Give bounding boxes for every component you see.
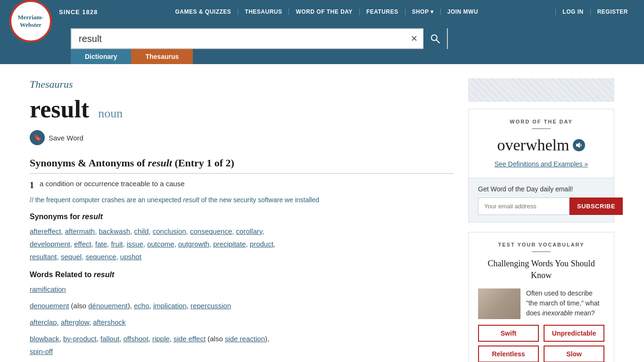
word-header: result noun — [30, 95, 454, 123]
vocab-answer-buttons-2: Relentless Slow — [478, 346, 604, 362]
wotd-email-label: Get Word of the Day daily email! — [478, 185, 604, 193]
search-button[interactable] — [423, 28, 447, 49]
related-afterglow[interactable]: afterglow — [61, 318, 89, 326]
save-word-label: Save Word — [49, 134, 83, 142]
nav-games-quizzes[interactable]: GAMES & QUIZZES — [168, 8, 238, 15]
tab-dictionary[interactable]: Dictionary — [71, 49, 131, 64]
definition-row: 1 a condition or occurrence traceable to… — [30, 180, 454, 190]
related-fallout[interactable]: fallout — [100, 335, 119, 343]
email-input[interactable] — [478, 197, 570, 215]
synonym-development[interactable]: development — [30, 240, 70, 248]
vocab-answer-buttons: Swift Unpredictable — [478, 325, 604, 342]
synonym-backwash[interactable]: backwash — [99, 227, 131, 235]
vocab-image-inner — [478, 288, 520, 319]
wotd-card-inner: WORD OF THE DAY overwhelm See Definition… — [469, 109, 614, 178]
related-implication[interactable]: implication — [153, 302, 187, 310]
email-row: SUBSCRIBE — [478, 197, 604, 215]
related-ramification[interactable]: ramification — [30, 285, 66, 293]
audio-button[interactable] — [573, 139, 585, 151]
wotd-word-text: overwhelm — [497, 136, 570, 154]
synonym-consequence[interactable]: consequence — [190, 227, 232, 235]
sidebar-ad — [468, 78, 614, 102]
svg-line-1 — [437, 40, 439, 43]
synonym-resultant[interactable]: resultant — [30, 253, 57, 261]
synonym-sequence[interactable]: sequence — [85, 253, 116, 261]
related-side-reaction[interactable]: side reaction — [225, 335, 265, 343]
synonym-effect[interactable]: effect — [74, 240, 91, 248]
nav-wotd[interactable]: WORD OF THE DAY — [289, 8, 359, 15]
nav-thesaurus[interactable]: THESAURUS — [238, 8, 289, 15]
related-heading: Words Related to result — [30, 271, 454, 279]
nav-join[interactable]: JOIN MWU — [441, 8, 485, 15]
synonym-child[interactable]: child — [134, 227, 149, 235]
related-afterclap[interactable]: afterclap — [30, 318, 57, 326]
nav-shop[interactable]: SHOP ▾ — [405, 8, 441, 15]
vocab-answer-relentless[interactable]: Relentless — [478, 346, 539, 362]
main-nav: GAMES & QUIZZES THESAURUS WORD OF THE DA… — [168, 8, 485, 15]
sidebar: WORD OF THE DAY overwhelm See Definition… — [468, 78, 614, 362]
related-byproduct[interactable]: by-product — [63, 335, 97, 343]
wotd-label: WORD OF THE DAY — [478, 119, 604, 124]
save-word-button[interactable]: 🔖 Save Word — [30, 130, 83, 145]
synonym-corollary[interactable]: corollary — [236, 227, 263, 235]
tabs-bar: Dictionary Thesaurus — [0, 49, 644, 64]
synonym-aftermath[interactable]: aftermath — [65, 227, 95, 235]
vocab-image-row: Often used to describe "the march of tim… — [478, 288, 604, 319]
synonym-outgrowth[interactable]: outgrowth — [178, 240, 209, 248]
related-side-effect[interactable]: side effect — [173, 335, 206, 343]
synonym-outcome[interactable]: outcome — [147, 240, 174, 248]
subscribe-button[interactable]: SUBSCRIBE — [570, 197, 623, 215]
entry-word-em: result — [148, 157, 172, 169]
vocab-answer-slow[interactable]: Slow — [544, 346, 604, 362]
synonyms-list: aftereffect, aftermath, backwash, child,… — [30, 225, 454, 263]
vocab-answer-swift[interactable]: Swift — [478, 325, 539, 342]
related-echo[interactable]: echo — [134, 302, 149, 310]
content-area: Thesaurus result noun 🔖 Save Word Synony… — [30, 78, 454, 362]
main-container: Thesaurus result noun 🔖 Save Word Synony… — [20, 64, 624, 362]
synonym-product[interactable]: product — [250, 240, 273, 248]
vocab-image — [478, 288, 520, 319]
related-offshoot[interactable]: offshoot — [123, 335, 148, 343]
related-spinoff[interactable]: spin-off — [30, 347, 53, 355]
synonym-sequel[interactable]: sequel — [61, 253, 82, 261]
entry-heading: Synonyms & Antonyms of result (Entry 1 o… — [30, 157, 454, 174]
auth-links: LOG IN REGISTER — [555, 8, 635, 15]
definition-text: a condition or occurrence traceable to a… — [40, 180, 185, 188]
svg-marker-2 — [576, 142, 580, 148]
synonym-fruit[interactable]: fruit — [111, 240, 123, 248]
synonym-aftereffect[interactable]: aftereffect — [30, 227, 61, 235]
synonym-issue[interactable]: issue — [127, 240, 143, 248]
synonym-fate[interactable]: fate — [95, 240, 107, 248]
synonym-upshot[interactable]: upshot — [120, 253, 141, 261]
related-also-1: (also — [71, 302, 89, 310]
related-repercussion[interactable]: repercussion — [190, 302, 231, 310]
vocab-label: TEST YOUR VOCABULARY — [478, 242, 604, 247]
word-pos: noun — [98, 107, 123, 120]
related-denouement[interactable]: denouement — [30, 302, 69, 310]
register-link[interactable]: REGISTER — [590, 8, 635, 15]
search-bar: ✕ — [71, 28, 448, 49]
search-input[interactable] — [72, 33, 405, 44]
speaker-icon — [576, 142, 582, 148]
synonym-conclusion[interactable]: conclusion — [153, 227, 186, 235]
logo[interactable]: Merriam- Webster — [9, 0, 52, 42]
bookmark-icon: 🔖 — [30, 130, 45, 145]
related-blowback[interactable]: blowback — [30, 335, 59, 343]
clear-button[interactable]: ✕ — [405, 33, 423, 44]
related-group-2: denouement (also dénouement), echo, impl… — [30, 299, 454, 312]
vocab-answer-unpredictable[interactable]: Unpredictable — [544, 325, 604, 342]
see-definitions-link[interactable]: See Definitions and Examples » — [495, 160, 588, 168]
nav-features[interactable]: FEATURES — [360, 8, 405, 15]
wotd-email-section: Get Word of the Day daily email! SUBSCRI… — [469, 178, 614, 222]
login-link[interactable]: LOG IN — [555, 8, 590, 15]
tab-thesaurus[interactable]: Thesaurus — [131, 49, 193, 64]
related-aftershock[interactable]: aftershock — [93, 318, 125, 326]
thesaurus-label: Thesaurus — [30, 78, 454, 90]
since-text: SINCE 1828 — [59, 8, 98, 16]
word-title: result — [30, 96, 89, 123]
related-denouement-alt[interactable]: dénouement — [88, 302, 127, 310]
synonym-precipitate[interactable]: precipitate — [213, 240, 246, 248]
header-top: Merriam- Webster SINCE 1828 GAMES & QUIZ… — [0, 0, 644, 24]
related-ripple[interactable]: ripple — [152, 335, 170, 343]
wotd-word: overwhelm — [478, 136, 604, 154]
